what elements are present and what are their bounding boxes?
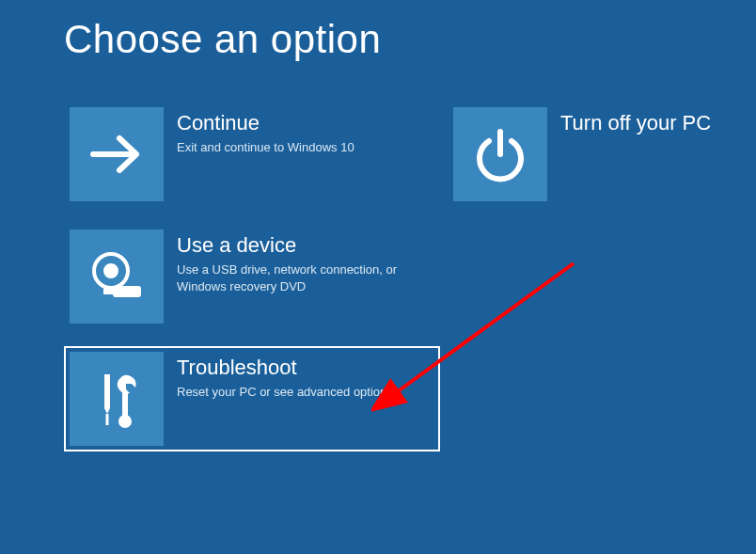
device-option[interactable]: Use a device Use a USB drive, network co…: [64, 224, 440, 329]
device-desc: Use a USB drive, network connection, or …: [177, 261, 412, 294]
svg-marker-7: [104, 403, 110, 414]
continue-option[interactable]: Continue Exit and continue to Windows 10: [64, 102, 440, 207]
svg-rect-8: [106, 414, 109, 425]
svg-rect-5: [103, 289, 115, 294]
power-icon: [453, 107, 547, 201]
device-title: Use a device: [177, 233, 412, 258]
troubleshoot-desc: Reset your PC or see advanced options: [177, 384, 393, 401]
device-text: Use a device Use a USB drive, network co…: [164, 230, 412, 294]
svg-point-10: [118, 415, 132, 428]
svg-rect-6: [104, 374, 110, 403]
continue-text: Continue Exit and continue to Windows 10: [164, 107, 354, 156]
options-grid: Continue Exit and continue to Windows 10…: [0, 62, 756, 451]
troubleshoot-title: Troubleshoot: [177, 356, 393, 380]
turnoff-option[interactable]: Turn off your PC: [448, 102, 756, 207]
svg-rect-9: [122, 391, 128, 418]
continue-desc: Exit and continue to Windows 10: [177, 139, 354, 156]
turnoff-title: Turn off your PC: [560, 111, 711, 135]
device-icon: [70, 230, 164, 324]
page-title: Choose an option: [0, 0, 756, 62]
continue-title: Continue: [177, 111, 354, 135]
troubleshoot-text: Troubleshoot Reset your PC or see advanc…: [164, 352, 393, 401]
arrow-right-icon: [70, 107, 164, 201]
svg-point-3: [105, 265, 117, 277]
tools-icon: [70, 352, 164, 446]
troubleshoot-option[interactable]: Troubleshoot Reset your PC or see advanc…: [64, 346, 440, 451]
turnoff-text: Turn off your PC: [547, 107, 711, 139]
svg-rect-4: [113, 286, 141, 297]
